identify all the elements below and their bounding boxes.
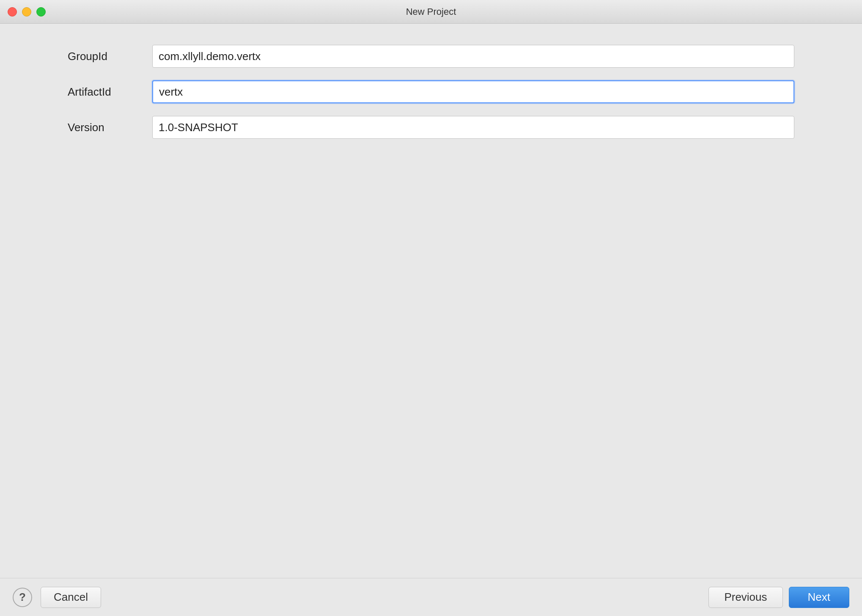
traffic-lights (8, 7, 46, 16)
cancel-button[interactable]: Cancel (41, 587, 101, 608)
next-button[interactable]: Next (789, 587, 849, 608)
bottom-bar: ? Cancel Previous Next (0, 578, 862, 616)
minimize-button[interactable] (22, 7, 31, 16)
bottom-right: Previous Next (708, 587, 849, 608)
artifactid-input[interactable] (152, 80, 794, 103)
previous-button[interactable]: Previous (708, 587, 782, 608)
groupid-row: GroupId (68, 45, 794, 68)
maximize-button[interactable] (36, 7, 46, 16)
groupid-input[interactable] (152, 45, 794, 68)
title-bar: New Project (0, 0, 862, 24)
version-input[interactable] (152, 116, 794, 139)
content-area: GroupId ArtifactId Version (0, 24, 862, 578)
version-label: Version (68, 121, 152, 134)
version-row: Version (68, 116, 794, 139)
help-button[interactable]: ? (13, 588, 32, 607)
close-button[interactable] (8, 7, 17, 16)
artifactid-label: ArtifactId (68, 85, 152, 99)
artifactid-row: ArtifactId (68, 80, 794, 103)
bottom-left: ? Cancel (13, 587, 101, 608)
window-title: New Project (406, 6, 456, 17)
groupid-label: GroupId (68, 50, 152, 63)
